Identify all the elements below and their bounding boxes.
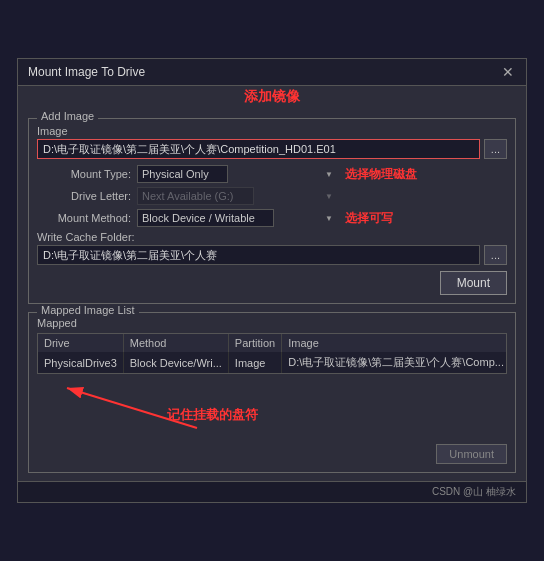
title-bar: Mount Image To Drive ✕ (18, 59, 526, 86)
ann-physical: 选择物理磁盘 (345, 166, 417, 183)
ann-remember: 记住挂载的盘符 (167, 406, 258, 424)
close-button[interactable]: ✕ (500, 65, 516, 79)
top-annotation: 添加镜像 (18, 86, 526, 110)
cell-image: D:\电子取证镜像\第二届美亚\个人赛\Comp... (282, 352, 507, 373)
col-drive: Drive (38, 334, 123, 352)
mapped-image-section: Mapped Image List Mapped Drive Method Pa… (28, 312, 516, 473)
mount-method-label: Mount Method: (37, 212, 137, 224)
col-method: Method (123, 334, 228, 352)
footer-bar: CSDN @山 柚绿水 (18, 481, 526, 502)
footer-text: CSDN @山 柚绿水 (432, 486, 516, 497)
mount-method-row: Mount Method: Block Device / Writable 选择… (37, 209, 507, 227)
cell-partition: Image (228, 352, 281, 373)
table-row: PhysicalDrive3 Block Device/Wri... Image… (38, 352, 507, 373)
mount-type-label: Mount Type: (37, 168, 137, 180)
col-image: Image (282, 334, 507, 352)
write-cache-section: Write Cache Folder: ... (37, 231, 507, 265)
table-header-row: Drive Method Partition Image (38, 334, 507, 352)
browse-cache-button[interactable]: ... (484, 245, 507, 265)
add-image-section: Add Image Image ... Mount Type: Physical… (28, 118, 516, 304)
annotation-area: 记住挂载的盘符 (37, 378, 507, 438)
mount-button-row: Mount (37, 271, 507, 295)
mount-method-select-wrapper: Block Device / Writable (137, 209, 337, 227)
drive-letter-select[interactable]: Next Available (G:) (137, 187, 254, 205)
cell-method: Block Device/Wri... (123, 352, 228, 373)
dialog-body: Add Image Image ... Mount Type: Physical… (18, 110, 526, 481)
ann-writable: 选择可写 (345, 210, 393, 227)
cell-drive: PhysicalDrive3 (38, 352, 123, 373)
mapped-sub-label: Mapped (37, 317, 507, 329)
dialog-window: Mount Image To Drive ✕ 添加镜像 Add Image Im… (17, 58, 527, 503)
unmount-button[interactable]: Unmount (436, 444, 507, 464)
mapped-table-wrapper: Drive Method Partition Image PhysicalDri… (37, 333, 507, 374)
unmount-button-row: Unmount (37, 444, 507, 464)
drive-letter-row: Drive Letter: Next Available (G:) (37, 187, 507, 205)
drive-letter-label: Drive Letter: (37, 190, 137, 202)
image-field-label: Image (37, 125, 507, 137)
window-title: Mount Image To Drive (28, 65, 145, 79)
mapped-table: Drive Method Partition Image PhysicalDri… (38, 334, 507, 373)
image-input-row: ... (37, 139, 507, 159)
mapped-section-label: Mapped Image List (37, 304, 139, 316)
drive-letter-select-wrapper: Next Available (G:) (137, 187, 337, 205)
mount-method-select[interactable]: Block Device / Writable (137, 209, 274, 227)
write-cache-label: Write Cache Folder: (37, 231, 507, 243)
col-partition: Partition (228, 334, 281, 352)
cache-input-row: ... (37, 245, 507, 265)
browse-image-button[interactable]: ... (484, 139, 507, 159)
mount-type-select-wrapper: Physical Only (137, 165, 337, 183)
image-path-input[interactable] (37, 139, 480, 159)
cache-path-input[interactable] (37, 245, 480, 265)
mount-type-row: Mount Type: Physical Only 选择物理磁盘 (37, 165, 507, 183)
mount-type-select[interactable]: Physical Only (137, 165, 228, 183)
add-image-label: Add Image (37, 110, 98, 122)
mount-button[interactable]: Mount (440, 271, 507, 295)
